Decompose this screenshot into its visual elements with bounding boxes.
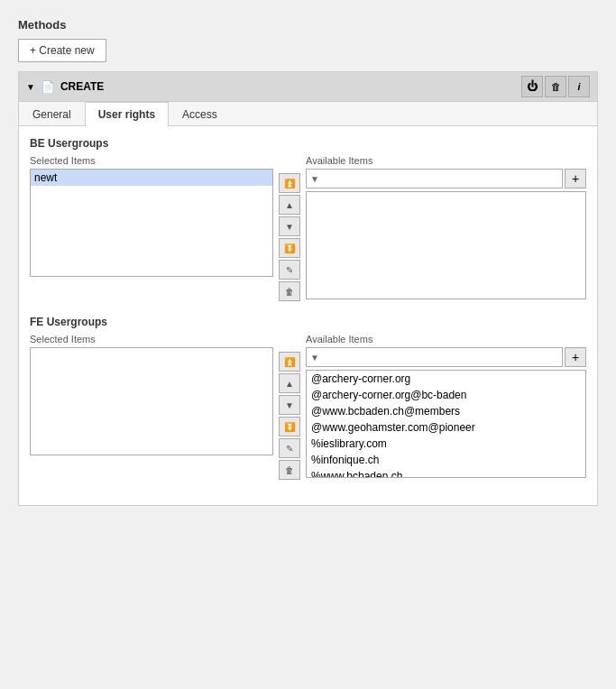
fe-usergroups-section: FE Usergroups Selected Items ⏫ ▲ ▼ ⏬ ✎ — [30, 316, 586, 480]
fe-move-bottom-button[interactable]: ⏬ — [279, 417, 300, 436]
fe-filter-icon: ▼ — [310, 353, 319, 363]
fe-usergroups-dual-list: Selected Items ⏫ ▲ ▼ ⏬ ✎ 🗑 Availab — [30, 334, 586, 480]
fe-selected-col: Selected Items — [30, 334, 273, 455]
tabs: General User rights Access — [19, 102, 597, 126]
info-button[interactable]: i — [568, 76, 590, 97]
fe-selected-label: Selected Items — [30, 334, 273, 344]
delete-method-icon: 🗑 — [551, 81, 561, 92]
list-item[interactable]: newt — [31, 170, 272, 186]
be-usergroups-title: BE Usergroups — [30, 137, 586, 150]
toggle-button[interactable]: ⏻ — [521, 76, 543, 97]
method-header-left: ▼ 📄 CREATE — [26, 80, 521, 94]
collapse-arrow-icon[interactable]: ▼ — [26, 82, 35, 92]
page-container: Methods + Create new ▼ 📄 CREATE ⏻ 🗑 i — [9, 9, 607, 515]
move-down-button[interactable]: ▼ — [279, 216, 300, 236]
be-available-header: ▼ + — [306, 169, 586, 188]
fe-filter-input[interactable] — [321, 352, 558, 363]
list-item[interactable]: %infonique.ch — [307, 452, 585, 468]
fe-available-label: Available Items — [306, 334, 586, 344]
list-item[interactable]: %www.bcbaden.ch — [307, 468, 585, 478]
move-up-button[interactable]: ▲ — [279, 195, 300, 215]
be-available-listbox[interactable] — [306, 191, 586, 299]
fe-filter-wrap: ▼ — [306, 347, 563, 367]
be-selected-listbox[interactable]: newt — [30, 169, 273, 277]
method-panel: ▼ 📄 CREATE ⏻ 🗑 i General — [18, 71, 598, 506]
fe-edit-button[interactable]: ✎ — [279, 438, 300, 458]
delete-item-button[interactable]: 🗑 — [279, 281, 300, 301]
move-top-button[interactable]: ⏫ — [279, 173, 300, 193]
fe-controls: ⏫ ▲ ▼ ⏬ ✎ 🗑 — [273, 334, 306, 480]
delete-method-button[interactable]: 🗑 — [545, 76, 566, 97]
list-item[interactable]: @www.bcbaden.ch@members — [307, 403, 585, 419]
toggle-icon: ⏻ — [527, 80, 538, 93]
fe-selected-listbox[interactable] — [30, 347, 273, 455]
fe-usergroups-title: FE Usergroups — [30, 316, 586, 328]
be-selected-col: Selected Items newt — [30, 155, 273, 277]
method-header: ▼ 📄 CREATE ⏻ 🗑 i — [19, 72, 597, 102]
method-name: CREATE — [60, 80, 104, 93]
filter-icon: ▼ — [310, 174, 319, 184]
method-file-icon: 📄 — [41, 80, 55, 94]
fe-available-col: Available Items ▼ + @archery-corner.org@… — [306, 334, 586, 478]
list-item[interactable]: @archery-corner.org — [307, 371, 585, 387]
fe-delete-item-button[interactable]: 🗑 — [279, 460, 300, 480]
be-selected-label: Selected Items — [30, 155, 273, 166]
be-usergroups-dual-list: Selected Items newt ⏫ ▲ ▼ ⏬ ✎ 🗑 — [30, 155, 586, 301]
be-available-col: Available Items ▼ + — [306, 155, 586, 299]
fe-move-up-button[interactable]: ▲ — [279, 373, 300, 393]
be-filter-input[interactable] — [321, 173, 558, 184]
create-new-button[interactable]: + Create new — [18, 39, 106, 62]
fe-move-down-button[interactable]: ▼ — [279, 395, 300, 415]
be-usergroups-section: BE Usergroups Selected Items newt ⏫ ▲ ▼ — [30, 137, 586, 301]
tab-content-user-rights: BE Usergroups Selected Items newt ⏫ ▲ ▼ — [19, 126, 597, 505]
fe-add-button[interactable]: + — [565, 347, 586, 367]
list-item[interactable]: %ieslibrary.com — [307, 436, 585, 452]
tab-access[interactable]: Access — [169, 102, 231, 126]
be-filter-wrap: ▼ — [306, 169, 563, 188]
method-header-actions: ⏻ 🗑 i — [521, 76, 590, 97]
edit-button[interactable]: ✎ — [279, 260, 300, 280]
tab-user-rights[interactable]: User rights — [85, 102, 169, 126]
list-item[interactable]: @www.geohamster.com@pioneer — [307, 419, 585, 436]
list-item[interactable]: @archery-corner.org@bc-baden — [307, 387, 585, 403]
methods-title: Methods — [18, 18, 598, 32]
fe-move-top-button[interactable]: ⏫ — [279, 352, 300, 372]
tab-general[interactable]: General — [19, 102, 85, 126]
be-add-button[interactable]: + — [565, 169, 586, 188]
move-bottom-button[interactable]: ⏬ — [279, 238, 300, 258]
info-icon: i — [577, 81, 580, 92]
fe-available-listbox[interactable]: @archery-corner.org@archery-corner.org@b… — [306, 370, 586, 478]
be-controls: ⏫ ▲ ▼ ⏬ ✎ 🗑 — [273, 155, 306, 301]
fe-available-header: ▼ + — [306, 347, 586, 367]
be-available-label: Available Items — [306, 155, 586, 166]
